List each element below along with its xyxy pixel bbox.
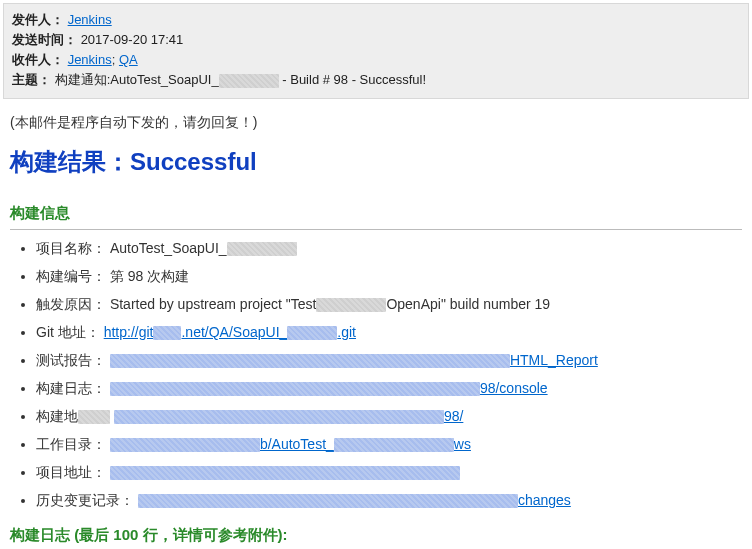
workdir-link[interactable]: b/AutoTest_ws [110, 436, 471, 452]
to-recipient-link-1[interactable]: Jenkins [68, 52, 112, 67]
redacted-span [110, 438, 260, 452]
email-meta-box: 发件人： Jenkins 发送时间： 2017-09-20 17:41 收件人：… [3, 3, 749, 99]
to-recipient-link-2[interactable]: QA [119, 52, 138, 67]
senttime-label: 发送时间： [12, 32, 77, 47]
list-item-changes: 历史变更记录： changes [36, 492, 742, 510]
build-info-list: 项目名称： AutoTest_SoapUI_ 构建编号： 第 98 次构建 触发… [36, 240, 742, 510]
build-log-link[interactable]: 98/console [110, 380, 548, 396]
subject-value: 构建通知:AutoTest_SoapUI_ - Build # 98 - Suc… [55, 72, 426, 87]
meta-row-to: 收件人： Jenkins; QA [12, 50, 740, 70]
project-url-link[interactable] [110, 464, 460, 480]
to-label: 收件人： [12, 52, 64, 67]
list-item-workdir: 工作目录： b/AutoTest_ws [36, 436, 742, 454]
redacted-span [153, 326, 181, 340]
email-body: (本邮件是程序自动下发的，请勿回复！) 构建结果：Successful 构建信息… [0, 102, 752, 549]
build-result-title: 构建结果：Successful [10, 146, 742, 178]
redacted-span [110, 466, 460, 480]
divider [10, 229, 742, 230]
senttime-value: 2017-09-20 17:41 [81, 32, 184, 47]
redacted-span [78, 410, 110, 424]
meta-row-senttime: 发送时间： 2017-09-20 17:41 [12, 30, 740, 50]
list-item-buildno: 构建编号： 第 98 次构建 [36, 268, 742, 286]
from-sender-link[interactable]: Jenkins [68, 12, 112, 27]
list-item-buildurl: 构建地 98/ [36, 408, 742, 426]
to-separator: ; [112, 52, 119, 67]
redacted-span [114, 410, 444, 424]
auto-reply-note: (本邮件是程序自动下发的，请勿回复！) [10, 114, 742, 132]
subject-label: 主题： [12, 72, 51, 87]
list-item-project: 项目名称： AutoTest_SoapUI_ [36, 240, 742, 258]
redacted-span [334, 438, 454, 452]
redacted-span [138, 494, 518, 508]
meta-row-from: 发件人： Jenkins [12, 10, 740, 30]
changes-link[interactable]: changes [138, 492, 571, 508]
list-item-buildlog: 构建日志： 98/console [36, 380, 742, 398]
section-build-log: 构建日志 (最后 100 行，详情可参考附件): [10, 526, 742, 545]
git-url-link[interactable]: http://git.net/QA/SoapUI_.git [104, 324, 356, 340]
list-item-projurl: 项目地址： [36, 464, 742, 482]
redacted-span [316, 298, 386, 312]
meta-row-subject: 主题： 构建通知:AutoTest_SoapUI_ - Build # 98 -… [12, 70, 740, 90]
section-build-info: 构建信息 [10, 204, 742, 223]
redacted-span [219, 74, 279, 88]
redacted-span [110, 354, 510, 368]
build-url-link[interactable]: 98/ [114, 408, 463, 424]
list-item-report: 测试报告： HTML_Report [36, 352, 742, 370]
test-report-link[interactable]: HTML_Report [110, 352, 598, 368]
list-item-cause: 触发原因： Started by upstream project "TestO… [36, 296, 742, 314]
redacted-span [227, 242, 297, 256]
from-label: 发件人： [12, 12, 64, 27]
redacted-span [287, 326, 337, 340]
list-item-git: Git 地址： http://git.net/QA/SoapUI_.git [36, 324, 742, 342]
redacted-span [110, 382, 480, 396]
